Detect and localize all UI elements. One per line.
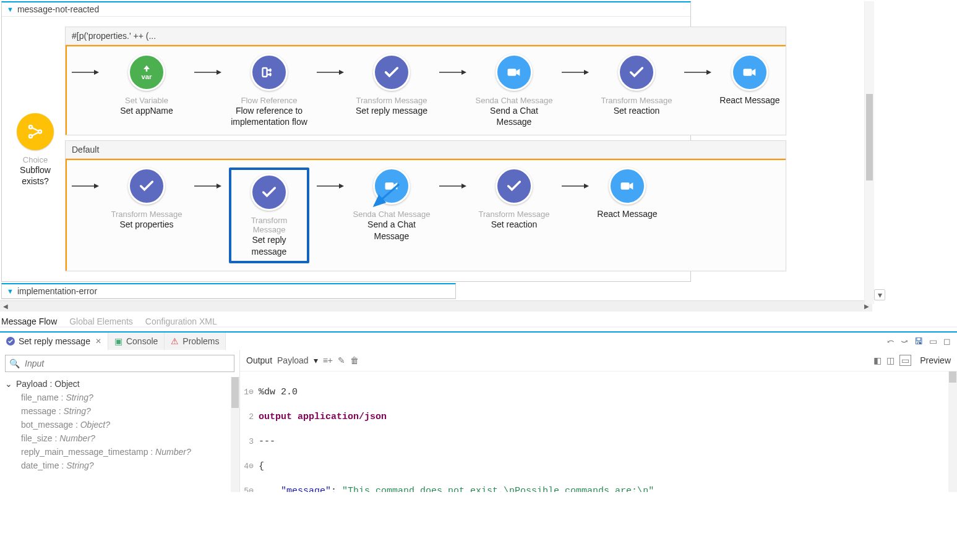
svg-marker-24: [339, 184, 344, 189]
code-editor[interactable]: 1⊖%dw 2.0 2output application/json 3--- …: [240, 371, 957, 492]
node-react-message[interactable]: React Message: [596, 168, 658, 219]
arrow-icon: [194, 54, 221, 91]
branch-condition: #[p('properties.' ++ (...: [66, 27, 786, 45]
transform-icon: [251, 174, 288, 211]
canvas-view-tabs: Message Flow Global Elements Configurati…: [0, 312, 957, 328]
choice-branch-when[interactable]: #[p('properties.' ++ (... var Set Variab…: [65, 27, 786, 135]
tree-field[interactable]: reply_main_message_timestamp : Number?: [5, 445, 234, 459]
tab-set-reply-message[interactable]: Set reply message ✕: [0, 333, 108, 350]
preview-button[interactable]: Preview: [920, 355, 951, 365]
canvas-vertical-scrollbar[interactable]: [864, 1, 874, 304]
close-icon[interactable]: ✕: [95, 337, 101, 346]
delete-icon[interactable]: 🗑: [350, 355, 359, 365]
scroll-left-icon[interactable]: ◀: [1, 302, 10, 310]
problems-icon: ⚠: [171, 336, 179, 346]
tab-problems[interactable]: ⚠ Problems: [165, 333, 226, 350]
maximize-icon[interactable]: ◻: [943, 336, 951, 346]
transform-icon: [128, 168, 165, 205]
video-icon: [373, 168, 410, 205]
collapse-icon[interactable]: ▼: [7, 6, 14, 13]
tab-console[interactable]: ▣ Console: [108, 333, 165, 350]
svg-rect-18: [744, 69, 752, 76]
svg-marker-29: [584, 184, 589, 189]
output-label: Output: [246, 355, 272, 365]
transform-icon: [618, 54, 655, 91]
node-flow-reference[interactable]: Flow Reference Flow reference to impleme…: [229, 54, 309, 127]
node-transform-message[interactable]: Transform Message Set reply message: [351, 54, 432, 116]
chevron-down-icon[interactable]: ⌄: [5, 379, 12, 389]
flow-header[interactable]: ▼ message-not-reacted: [2, 2, 690, 17]
transform-icon: [496, 168, 533, 205]
minimize-icon[interactable]: ▭: [929, 336, 937, 346]
arrow-icon: [439, 54, 466, 91]
svg-point-2: [38, 130, 41, 134]
tree-field[interactable]: bot_message : Object?: [5, 418, 234, 431]
layout-1-icon[interactable]: ◧: [873, 355, 882, 365]
branch-default-label: Default: [66, 141, 786, 159]
svg-rect-8: [263, 68, 267, 77]
tab-configuration-xml[interactable]: Configuration XML: [145, 316, 217, 326]
video-icon: [496, 54, 533, 91]
flow-implementation-error[interactable]: ▼ implementation-error: [1, 283, 456, 299]
tab-message-flow[interactable]: Message Flow: [1, 316, 57, 326]
arrow-icon: [562, 168, 589, 205]
console-icon: ▣: [114, 336, 122, 346]
arrow-icon: [194, 168, 221, 205]
canvas-horizontal-scrollbar[interactable]: ◀ ▶: [0, 300, 872, 312]
svg-rect-13: [508, 69, 517, 76]
node-transform-message[interactable]: Transform Message Set reaction: [474, 168, 554, 230]
dropdown-icon[interactable]: ▾: [314, 355, 318, 365]
flow-message-not-reacted[interactable]: ▼ message-not-reacted Choice Subflow exi…: [1, 1, 691, 282]
node-react-message[interactable]: React Message: [719, 54, 781, 106]
tree-field[interactable]: message : String?: [5, 404, 234, 418]
add-icon[interactable]: ≡+: [323, 355, 333, 365]
node-transform-message[interactable]: Transform Message Set reaction: [596, 54, 677, 116]
video-icon: [609, 168, 646, 205]
tree-field[interactable]: file_size : Number?: [5, 431, 234, 445]
tree-field[interactable]: date_time : String?: [5, 459, 234, 472]
node-transform-message-selected[interactable]: Transform Message Set reply message: [229, 168, 309, 263]
layout-2-icon[interactable]: ◫: [886, 355, 895, 365]
tab-label: Set reply message: [19, 336, 90, 346]
svg-marker-15: [584, 70, 589, 75]
svg-marker-12: [461, 70, 466, 75]
output-panel: Output Payload ▾ ≡+ ✎ 🗑 ◧ ◫ ▭ Preview 1⊖…: [240, 350, 957, 492]
edit-icon[interactable]: ✎: [338, 355, 345, 365]
code-scrollbar[interactable]: [948, 371, 957, 492]
tab-global-elements[interactable]: Global Elements: [69, 316, 133, 326]
arrow-icon: [317, 168, 344, 205]
input-search[interactable]: 🔍: [5, 355, 234, 372]
chevron-down-icon[interactable]: ▾: [874, 289, 885, 300]
redo-icon[interactable]: ⤻: [901, 336, 908, 346]
svg-marker-4: [94, 70, 99, 75]
node-transform-message[interactable]: Transform Message Set properties: [106, 168, 187, 230]
tree-root-payload[interactable]: ⌄Payload : Object: [5, 377, 234, 391]
transform-small-icon: [6, 337, 15, 346]
svg-marker-17: [706, 70, 711, 75]
payload-label: Payload: [277, 355, 309, 365]
svg-marker-22: [217, 184, 221, 189]
choice-node[interactable]: Choice Subflow exists?: [17, 27, 54, 187]
set-variable-icon: var: [128, 54, 165, 91]
search-input[interactable]: [24, 358, 230, 369]
choice-branch-default[interactable]: Default Transform Message Set properties…: [65, 140, 786, 271]
svg-text:var: var: [142, 73, 153, 80]
save-icon[interactable]: 🖫: [914, 336, 923, 346]
svg-marker-27: [461, 184, 466, 189]
arrow-icon: [72, 168, 99, 205]
node-set-variable[interactable]: var Set Variable Set appName: [106, 54, 187, 116]
tree-field[interactable]: file_name : String?: [5, 391, 234, 404]
layout-3-icon[interactable]: ▭: [899, 355, 911, 366]
input-panel: 🔍 ⌄Payload : Object file_name : String?m…: [0, 350, 240, 492]
arrow-icon: [439, 168, 466, 205]
flow-title: message-not-reacted: [17, 4, 99, 14]
tree-scrollbar[interactable]: [231, 377, 239, 492]
node-send-chat-message[interactable]: Senda Chat Message Send a Chat Message: [474, 54, 554, 127]
video-icon: [731, 54, 768, 91]
flow-title: implementation-error: [17, 286, 97, 296]
undo-icon[interactable]: ⤺: [887, 336, 895, 346]
node-send-chat-message[interactable]: Senda Chat Message Send a Chat Message: [351, 168, 432, 241]
choice-name-label: Subflow exists?: [17, 164, 54, 187]
collapse-icon[interactable]: ▼: [7, 287, 14, 295]
properties-tab-bar: Set reply message ✕ ▣ Console ⚠ Problems…: [0, 331, 957, 350]
